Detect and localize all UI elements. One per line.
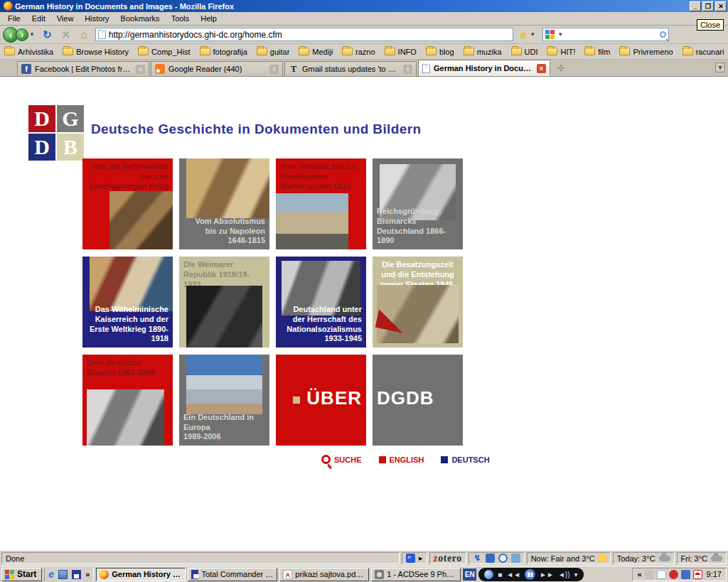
antenna-icon[interactable]: ↯ — [473, 554, 482, 563]
next-track-button[interactable]: ►► — [540, 571, 554, 578]
tile-besatzungszeit[interactable]: Die Besatzungszeit und die Entstehung zw… — [373, 257, 463, 347]
tab-close-icon[interactable]: x — [136, 65, 145, 74]
bookmark-folder-comp-hist[interactable]: Comp_Hist — [138, 48, 190, 56]
bookmark-folder-info[interactable]: INFO — [385, 48, 417, 56]
start-button[interactable]: Start — [1, 568, 42, 581]
menu-history[interactable]: History — [80, 13, 114, 24]
zotero-button[interactable]: zotero — [429, 552, 466, 564]
restore-button[interactable]: ❐ — [702, 1, 714, 11]
language-indicator[interactable]: EN — [463, 568, 476, 581]
forward-button[interactable]: › — [16, 28, 28, 41]
reload-button[interactable]: ↻ — [43, 28, 52, 41]
menu-edit[interactable]: Edit — [27, 13, 50, 24]
tile-weimarer-republik[interactable]: Die Weimarer Republik 1918/19-1933 — [179, 257, 269, 347]
home-button[interactable]: ⌂ — [80, 28, 87, 41]
tray-messenger-icon[interactable] — [657, 570, 666, 579]
bookmark-folder-browse-history[interactable]: Browse History — [63, 48, 129, 56]
search-bar[interactable]: ▼ — [542, 28, 669, 41]
tile-zwei-staaten[interactable]: Zwei deutsche Staaten 1961-1989 — [82, 355, 173, 446]
tray-network-icon[interactable] — [681, 570, 690, 579]
tab-gmail-status[interactable]: T Gmail status updates 'to compete with … — [284, 61, 417, 76]
bookmark-folder-racunari[interactable]: racunari — [682, 48, 724, 56]
url-text[interactable]: http://germanhistorydocs.ghi-dc.org/home… — [109, 30, 282, 40]
english-link[interactable]: ENGLISH — [379, 456, 424, 464]
tray-acdsee-icon[interactable] — [645, 570, 654, 579]
media-player-toolbar[interactable]: ■ ◄◄ ▮▮ ►► ◄)) ▾ — [478, 568, 583, 581]
stop-button[interactable]: ✕ — [62, 28, 71, 41]
list-all-tabs-button[interactable]: ▾ — [715, 63, 725, 72]
bookmark-folder-privremeno[interactable]: Privremeno — [619, 48, 673, 56]
bookmark-folder-udi[interactable]: UDI — [511, 48, 538, 56]
previous-track-button[interactable]: ◄◄ — [506, 571, 520, 578]
search-input[interactable] — [568, 29, 658, 40]
quick-launch-overflow-chevron[interactable]: » — [85, 570, 90, 578]
menu-view[interactable]: View — [52, 13, 79, 24]
bookmark-folder-film[interactable]: film — [584, 48, 610, 56]
search-magnifier-icon[interactable] — [660, 31, 666, 38]
bookmark-star-icon[interactable]: ★ — [519, 29, 528, 41]
bookmark-folder-mediji[interactable]: Mediji — [299, 48, 333, 56]
statusbar-icons[interactable]: ↯ — [469, 552, 525, 564]
tab-google-reader[interactable]: Google Reader (440) x — [151, 61, 283, 76]
tile-absolutismus[interactable]: Vom Absolutismus bis zu Napoleon 1648-18… — [179, 158, 269, 249]
history-dropdown-icon[interactable]: ▼ — [29, 31, 35, 38]
new-tab-icon[interactable]: ✣ — [557, 63, 564, 73]
menu-tools[interactable]: Tools — [166, 13, 195, 24]
tile-kaiserreich[interactable]: Das Wilhelminische Kaiserreich und der E… — [82, 257, 173, 347]
tile-deutschland-europa[interactable]: Ein Deutschland in Europa1989-2006 — [179, 355, 269, 446]
media-dropdown-icon[interactable]: ▾ — [574, 571, 577, 578]
tile-nationalsozialismus[interactable]: Deutschland unter der Herrschaft des Nat… — [276, 257, 366, 347]
tile-ueber[interactable]: ÜBER — [276, 355, 366, 446]
taskbar-item-total-commander[interactable]: Total Commander 6.02 - ... — [188, 568, 277, 581]
bookmark-folder-blog[interactable]: blog — [426, 48, 454, 56]
tab-close-icon[interactable]: x — [537, 64, 546, 73]
minimize-button[interactable]: _ — [690, 1, 701, 11]
bookmark-folder-guitar[interactable]: guitar — [257, 48, 290, 56]
total-commander-icon[interactable] — [72, 570, 81, 579]
video-camera-icon[interactable] — [486, 554, 495, 563]
pause-button[interactable]: ▮▮ — [525, 569, 535, 580]
extension-button[interactable]: ▸ — [402, 552, 427, 564]
tab-close-icon[interactable]: x — [403, 65, 412, 74]
bookmark-dropdown-icon[interactable]: ▼ — [530, 31, 535, 38]
taskbar-item-firefox[interactable]: German History in Do... — [96, 568, 186, 581]
tile-reformation[interactable]: Von der Reformation bis zum Dreißigjähri… — [82, 158, 173, 249]
stop-media-button[interactable]: ■ — [498, 571, 502, 578]
volume-icon[interactable]: ◄)) — [558, 571, 570, 578]
tile-reichsgruendung[interactable]: Reichsgründung: Bismarcks Deutschland 18… — [373, 158, 463, 249]
tab-german-history[interactable]: German History in Documents an... x — [418, 60, 550, 76]
tray-chevron[interactable]: « — [637, 570, 641, 578]
tray-antivirus-icon[interactable]: ☂ — [693, 570, 702, 579]
tray-status-icon[interactable] — [669, 570, 678, 579]
bookmark-folder-razno[interactable]: razno — [342, 48, 375, 56]
weather-now[interactable]: Now: Fair and 3°C — [527, 552, 611, 564]
internet-explorer-icon[interactable]: e — [48, 568, 54, 580]
taskbar-item-pdf[interactable]: A prikazi sajtova.pdf - Ado... — [279, 568, 369, 581]
clock-icon[interactable] — [498, 554, 508, 563]
google-search-engine-icon[interactable] — [545, 30, 555, 39]
app-window-icon[interactable] — [58, 570, 68, 579]
taskbar-item-acdsee[interactable]: 1 - ACDSee 9 Photo Man... — [371, 568, 461, 581]
menu-bookmarks[interactable]: Bookmarks — [116, 13, 165, 24]
tab-facebook[interactable]: f Facebook | Edit Photos from Webograp..… — [17, 61, 149, 76]
weather-friday[interactable]: Fri: 3°C — [677, 552, 727, 564]
menu-file[interactable]: File — [3, 13, 26, 24]
suche-link[interactable]: SUCHE — [321, 455, 362, 464]
url-bar[interactable]: http://germanhistorydocs.ghi-dc.org/home… — [95, 28, 513, 41]
tab-close-icon[interactable]: x — [269, 65, 279, 74]
bookmark-folder-hit[interactable]: HIT! — [547, 48, 575, 56]
tile-vormaerz[interactable]: Vom Vormärz bis zur Preußischen Vorherrs… — [276, 158, 366, 249]
bookmark-folder-fotografija[interactable]: fotografija — [200, 48, 247, 56]
bookmark-folder-arhivistika[interactable]: Arhivistika — [4, 48, 53, 56]
search-engine-dropdown-icon[interactable]: ▼ — [557, 31, 563, 38]
close-button[interactable]: ✕ — [715, 1, 727, 11]
dgdb-logo[interactable]: D G D B — [28, 105, 84, 161]
player-icon[interactable] — [484, 570, 493, 579]
weather-today[interactable]: Today: 3°C — [613, 552, 675, 564]
menu-help[interactable]: Help — [196, 13, 222, 24]
notes-icon[interactable] — [511, 554, 520, 563]
deutsch-link[interactable]: DEUTSCH — [441, 456, 489, 464]
bookmark-folder-muzika[interactable]: muzika — [464, 48, 502, 56]
tile-dgdb[interactable]: DGDB — [373, 355, 463, 446]
taskbar-clock[interactable]: 9:17 — [705, 570, 722, 578]
